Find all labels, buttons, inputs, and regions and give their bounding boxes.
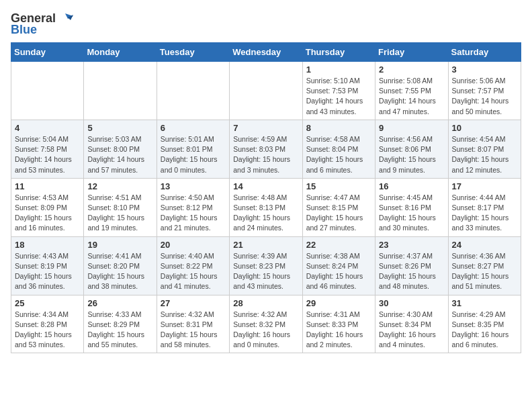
header-day-thursday: Thursday	[302, 43, 375, 62]
day-detail: Sunrise: 4:51 AM Sunset: 8:10 PM Dayligh…	[87, 193, 152, 234]
day-number: 5	[87, 123, 152, 133]
day-number: 3	[452, 64, 517, 75]
day-number: 4	[15, 123, 80, 133]
day-detail: Sunrise: 4:38 AM Sunset: 8:24 PM Dayligh…	[306, 251, 371, 292]
week-row-4: 18Sunrise: 4:43 AM Sunset: 8:19 PM Dayli…	[11, 236, 521, 295]
day-number: 30	[379, 298, 444, 308]
day-detail: Sunrise: 4:43 AM Sunset: 8:19 PM Dayligh…	[15, 251, 80, 292]
day-cell: 22Sunrise: 4:38 AM Sunset: 8:24 PM Dayli…	[302, 236, 375, 295]
day-detail: Sunrise: 4:45 AM Sunset: 8:16 PM Dayligh…	[379, 193, 444, 234]
day-detail: Sunrise: 4:32 AM Sunset: 8:32 PM Dayligh…	[233, 310, 298, 351]
day-number: 8	[306, 123, 371, 133]
day-cell	[157, 62, 229, 120]
header-day-friday: Friday	[375, 43, 448, 62]
day-detail: Sunrise: 4:40 AM Sunset: 8:22 PM Dayligh…	[161, 251, 226, 292]
day-number: 31	[452, 298, 517, 308]
day-cell: 4Sunrise: 5:04 AM Sunset: 7:58 PM Daylig…	[11, 120, 84, 178]
day-cell: 2Sunrise: 5:08 AM Sunset: 7:55 PM Daylig…	[375, 62, 448, 120]
day-number: 7	[233, 123, 298, 133]
day-cell: 29Sunrise: 4:31 AM Sunset: 8:33 PM Dayli…	[302, 295, 375, 353]
day-number: 14	[233, 181, 298, 191]
day-number: 22	[306, 240, 371, 250]
header-day-tuesday: Tuesday	[157, 43, 229, 62]
day-detail: Sunrise: 4:54 AM Sunset: 8:07 PM Dayligh…	[452, 134, 517, 175]
day-cell: 20Sunrise: 4:40 AM Sunset: 8:22 PM Dayli…	[157, 236, 229, 295]
day-detail: Sunrise: 5:06 AM Sunset: 7:57 PM Dayligh…	[452, 76, 517, 117]
day-number: 19	[87, 240, 152, 250]
day-number: 20	[161, 240, 226, 250]
day-detail: Sunrise: 4:37 AM Sunset: 8:26 PM Dayligh…	[379, 251, 444, 292]
day-cell: 28Sunrise: 4:32 AM Sunset: 8:32 PM Dayli…	[230, 295, 302, 353]
logo-blue-text: Blue	[11, 23, 37, 37]
day-detail: Sunrise: 4:47 AM Sunset: 8:15 PM Dayligh…	[306, 193, 371, 234]
day-detail: Sunrise: 5:04 AM Sunset: 7:58 PM Dayligh…	[15, 134, 80, 175]
calendar-table: SundayMondayTuesdayWednesdayThursdayFrid…	[11, 42, 521, 353]
day-cell: 26Sunrise: 4:33 AM Sunset: 8:29 PM Dayli…	[84, 295, 157, 353]
day-number: 29	[306, 298, 371, 308]
day-cell: 13Sunrise: 4:50 AM Sunset: 8:12 PM Dayli…	[157, 178, 229, 236]
day-detail: Sunrise: 4:41 AM Sunset: 8:20 PM Dayligh…	[87, 251, 152, 292]
day-cell: 17Sunrise: 4:44 AM Sunset: 8:17 PM Dayli…	[448, 178, 521, 236]
day-cell: 12Sunrise: 4:51 AM Sunset: 8:10 PM Dayli…	[84, 178, 157, 236]
day-cell: 19Sunrise: 4:41 AM Sunset: 8:20 PM Dayli…	[84, 236, 157, 295]
day-detail: Sunrise: 4:48 AM Sunset: 8:13 PM Dayligh…	[233, 193, 298, 234]
day-cell: 24Sunrise: 4:36 AM Sunset: 8:27 PM Dayli…	[448, 236, 521, 295]
day-cell: 8Sunrise: 4:58 AM Sunset: 8:04 PM Daylig…	[302, 120, 375, 178]
day-detail: Sunrise: 4:59 AM Sunset: 8:03 PM Dayligh…	[233, 134, 298, 175]
day-cell: 14Sunrise: 4:48 AM Sunset: 8:13 PM Dayli…	[230, 178, 302, 236]
day-detail: Sunrise: 4:44 AM Sunset: 8:17 PM Dayligh…	[452, 193, 517, 234]
day-detail: Sunrise: 5:03 AM Sunset: 8:00 PM Dayligh…	[87, 134, 152, 175]
day-cell: 10Sunrise: 4:54 AM Sunset: 8:07 PM Dayli…	[448, 120, 521, 178]
day-cell: 3Sunrise: 5:06 AM Sunset: 7:57 PM Daylig…	[448, 62, 521, 120]
day-number: 2	[379, 64, 444, 75]
day-cell: 11Sunrise: 4:53 AM Sunset: 8:09 PM Dayli…	[11, 178, 84, 236]
day-detail: Sunrise: 4:33 AM Sunset: 8:29 PM Dayligh…	[87, 310, 152, 351]
day-cell: 27Sunrise: 4:32 AM Sunset: 8:31 PM Dayli…	[157, 295, 229, 353]
day-number: 9	[379, 123, 444, 133]
day-cell: 31Sunrise: 4:29 AM Sunset: 8:35 PM Dayli…	[448, 295, 521, 353]
day-number: 28	[233, 298, 298, 308]
day-cell: 23Sunrise: 4:37 AM Sunset: 8:26 PM Dayli…	[375, 236, 448, 295]
day-number: 1	[306, 64, 371, 75]
day-number: 25	[15, 298, 80, 308]
day-number: 11	[15, 181, 80, 191]
header-day-wednesday: Wednesday	[230, 43, 302, 62]
day-detail: Sunrise: 4:56 AM Sunset: 8:06 PM Dayligh…	[379, 134, 444, 175]
week-row-3: 11Sunrise: 4:53 AM Sunset: 8:09 PM Dayli…	[11, 178, 521, 236]
day-number: 17	[452, 181, 517, 191]
day-cell	[84, 62, 157, 120]
day-number: 16	[379, 181, 444, 191]
day-cell: 16Sunrise: 4:45 AM Sunset: 8:16 PM Dayli…	[375, 178, 448, 236]
week-row-1: 1Sunrise: 5:10 AM Sunset: 7:53 PM Daylig…	[11, 62, 521, 120]
day-cell: 7Sunrise: 4:59 AM Sunset: 8:03 PM Daylig…	[230, 120, 302, 178]
week-row-5: 25Sunrise: 4:34 AM Sunset: 8:28 PM Dayli…	[11, 295, 521, 353]
day-cell: 9Sunrise: 4:56 AM Sunset: 8:06 PM Daylig…	[375, 120, 448, 178]
logo: General Blue	[11, 11, 73, 37]
day-detail: Sunrise: 4:29 AM Sunset: 8:35 PM Dayligh…	[452, 310, 517, 351]
day-detail: Sunrise: 4:36 AM Sunset: 8:27 PM Dayligh…	[452, 251, 517, 292]
day-detail: Sunrise: 4:32 AM Sunset: 8:31 PM Dayligh…	[161, 310, 226, 351]
day-cell	[230, 62, 302, 120]
header-day-sunday: Sunday	[11, 43, 84, 62]
day-cell: 18Sunrise: 4:43 AM Sunset: 8:19 PM Dayli…	[11, 236, 84, 295]
day-cell: 15Sunrise: 4:47 AM Sunset: 8:15 PM Dayli…	[302, 178, 375, 236]
day-cell: 25Sunrise: 4:34 AM Sunset: 8:28 PM Dayli…	[11, 295, 84, 353]
week-row-2: 4Sunrise: 5:04 AM Sunset: 7:58 PM Daylig…	[11, 120, 521, 178]
day-number: 10	[452, 123, 517, 133]
day-number: 18	[15, 240, 80, 250]
day-detail: Sunrise: 5:08 AM Sunset: 7:55 PM Dayligh…	[379, 76, 444, 117]
header-day-monday: Monday	[84, 43, 157, 62]
header-row: SundayMondayTuesdayWednesdayThursdayFrid…	[11, 43, 521, 62]
day-detail: Sunrise: 4:50 AM Sunset: 8:12 PM Dayligh…	[161, 193, 226, 234]
day-detail: Sunrise: 4:53 AM Sunset: 8:09 PM Dayligh…	[15, 193, 80, 234]
day-number: 6	[161, 123, 226, 133]
day-cell: 1Sunrise: 5:10 AM Sunset: 7:53 PM Daylig…	[302, 62, 375, 120]
day-number: 21	[233, 240, 298, 250]
day-number: 27	[161, 298, 226, 308]
day-detail: Sunrise: 4:30 AM Sunset: 8:34 PM Dayligh…	[379, 310, 444, 351]
day-detail: Sunrise: 4:31 AM Sunset: 8:33 PM Dayligh…	[306, 310, 371, 351]
day-cell: 6Sunrise: 5:01 AM Sunset: 8:01 PM Daylig…	[157, 120, 229, 178]
day-number: 12	[87, 181, 152, 191]
day-cell: 5Sunrise: 5:03 AM Sunset: 8:00 PM Daylig…	[84, 120, 157, 178]
day-detail: Sunrise: 5:01 AM Sunset: 8:01 PM Dayligh…	[161, 134, 226, 175]
